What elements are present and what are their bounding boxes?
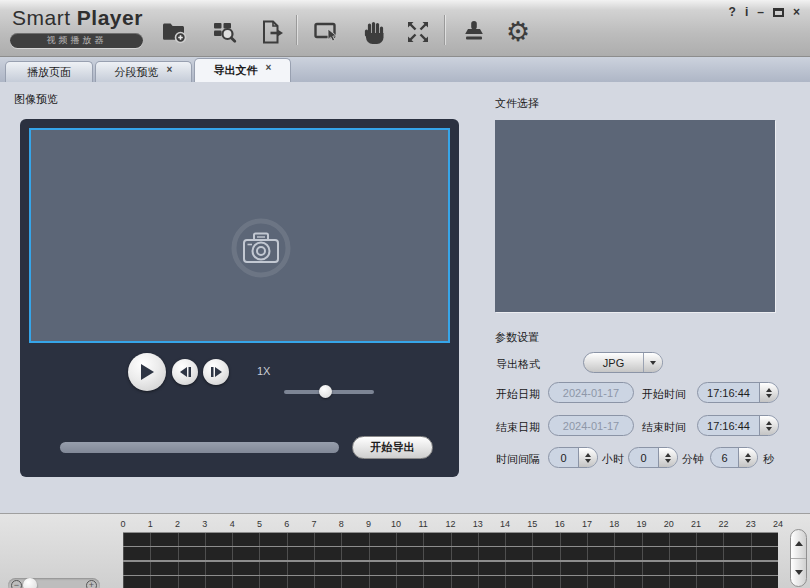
timeline-hour-label: 0 <box>120 519 125 529</box>
start-date-field[interactable]: 2024-01-17 <box>548 382 634 403</box>
tab-label: 导出文件 <box>214 63 258 78</box>
fullscreen-button[interactable] <box>404 18 432 46</box>
timeline-hour-label: 15 <box>527 519 537 529</box>
interval-label: 时间间隔 <box>496 452 540 467</box>
tab-close-icon[interactable]: × <box>266 62 272 73</box>
timeline-hour-label: 14 <box>500 519 510 529</box>
interval-seconds-stepper[interactable]: 6 <box>710 447 758 468</box>
open-folder-button[interactable] <box>160 18 188 46</box>
timeline-hour-label: 22 <box>718 519 728 529</box>
timeline-hour-label: 19 <box>637 519 647 529</box>
scroll-up-icon[interactable] <box>791 530 806 559</box>
no-image-placeholder <box>229 216 293 280</box>
minimize-icon[interactable]: – <box>757 5 764 19</box>
info-icon[interactable]: i <box>745 5 748 19</box>
timeline-hour-label: 4 <box>230 519 235 529</box>
timeline-hour-labels: 0123456789101112131415161718192021222324 <box>123 519 778 531</box>
spinner-arrows-icon[interactable] <box>578 448 597 467</box>
smart-player-window: Smart Player 视频播放器 <box>0 0 810 588</box>
timeline-grid[interactable] <box>123 532 778 588</box>
select-region-icon <box>313 19 339 45</box>
interval-hours-stepper[interactable]: 0 <box>548 447 598 468</box>
timeline-hour-label: 3 <box>202 519 207 529</box>
brand-main: Smart <box>12 6 77 29</box>
timeline-hour-label: 1 <box>148 519 153 529</box>
params-label: 参数设置 <box>495 330 539 345</box>
tab-segment-preview[interactable]: 分段预览 × <box>95 61 192 82</box>
scroll-down-icon[interactable] <box>791 559 806 587</box>
file-select-list[interactable] <box>495 120 775 312</box>
brand-subtitle: 视频播放器 <box>10 33 143 48</box>
end-time-field[interactable]: 17:16:44 <box>697 415 779 436</box>
spinner-arrows-icon[interactable] <box>759 416 778 435</box>
play-button[interactable] <box>128 353 166 391</box>
hand-pan-icon <box>361 19 387 45</box>
search-files-button[interactable] <box>210 18 238 46</box>
timeline-hour-label: 13 <box>473 519 483 529</box>
spinner-arrows-icon[interactable] <box>738 448 757 467</box>
end-time-value: 17:16:44 <box>698 420 759 432</box>
timeline-hour-label: 24 <box>773 519 783 529</box>
window-controls: ? i – × <box>729 5 800 19</box>
timeline-hour-label: 2 <box>175 519 180 529</box>
brand-bold: Player <box>77 6 143 29</box>
toolbar-separator <box>296 15 297 45</box>
format-dropdown[interactable]: JPG <box>583 352 663 373</box>
close-icon[interactable]: × <box>793 5 800 19</box>
zoom-in-icon[interactable]: + <box>86 580 97 588</box>
tab-play-page[interactable]: 播放页面 <box>5 61 93 82</box>
export-file-button[interactable] <box>257 18 285 46</box>
timeline-hour-label: 9 <box>366 519 371 529</box>
timeline-hour-label: 11 <box>419 519 428 529</box>
speed-label: 1X <box>257 365 270 377</box>
help-icon[interactable]: ? <box>729 5 736 19</box>
timeline-hour-label: 10 <box>391 519 401 529</box>
start-export-button[interactable]: 开始导出 <box>352 436 433 459</box>
timeline-hour-label: 8 <box>339 519 344 529</box>
tab-label: 播放页面 <box>27 65 71 80</box>
interval-minutes-value: 0 <box>629 452 658 464</box>
timeline-scrollbar[interactable] <box>790 529 807 587</box>
timeline-hour-label: 18 <box>609 519 619 529</box>
watermark-stamp-button[interactable] <box>460 18 488 46</box>
timeline-zoom-slider[interactable]: − + <box>8 578 100 588</box>
maximize-icon[interactable] <box>773 8 784 17</box>
speed-slider-thumb[interactable] <box>319 385 332 398</box>
image-preview-label: 图像预览 <box>14 92 58 107</box>
start-date-value: 2024-01-17 <box>549 387 633 399</box>
interval-minutes-stepper[interactable]: 0 <box>628 447 678 468</box>
camera-icon <box>229 216 293 280</box>
speed-slider[interactable] <box>284 390 374 394</box>
tab-close-icon[interactable]: × <box>167 64 173 75</box>
select-region-button[interactable] <box>312 18 340 46</box>
file-select-label: 文件选择 <box>495 96 539 111</box>
start-time-field[interactable]: 17:16:44 <box>697 382 779 403</box>
timeline-hour-label: 16 <box>555 519 565 529</box>
player-panel: 1X 开始导出 <box>20 119 459 477</box>
timeline-zoom-thumb[interactable] <box>23 578 37 588</box>
interval-hours-value: 0 <box>549 452 578 464</box>
settings-button[interactable]: ⚙ <box>504 18 532 46</box>
spinner-arrows-icon[interactable] <box>759 383 778 402</box>
dropdown-arrow-icon[interactable] <box>643 353 662 372</box>
next-frame-button[interactable] <box>203 359 229 385</box>
start-time-value: 17:16:44 <box>698 387 759 399</box>
end-date-label: 结束日期 <box>496 420 540 435</box>
spinner-arrows-icon[interactable] <box>658 448 677 467</box>
play-icon <box>139 363 155 381</box>
fullscreen-icon <box>405 19 431 45</box>
timeline-section: 0123456789101112131415161718192021222324… <box>0 513 810 588</box>
app-logo: Smart Player <box>12 6 143 30</box>
timeline-hour-label: 7 <box>312 519 317 529</box>
tab-export-file[interactable]: 导出文件 × <box>194 58 291 82</box>
search-files-icon <box>211 19 237 45</box>
settings-gear-icon: ⚙ <box>506 19 530 45</box>
end-date-field[interactable]: 2024-01-17 <box>548 415 634 436</box>
prev-frame-button[interactable] <box>172 359 198 385</box>
format-value: JPG <box>584 357 643 369</box>
toolbar-separator <box>444 15 445 45</box>
hand-pan-button[interactable] <box>360 18 388 46</box>
seconds-unit-label: 秒 <box>763 452 774 467</box>
export-progress-bar <box>60 442 339 453</box>
zoom-out-icon[interactable]: − <box>11 580 22 588</box>
